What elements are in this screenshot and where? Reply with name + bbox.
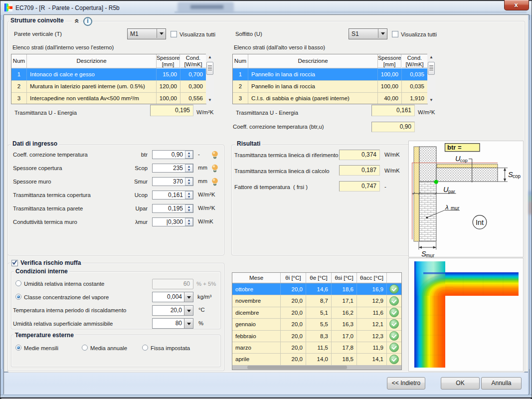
svg-text:mur: mur — [426, 253, 435, 258]
svg-text:mur: mur — [451, 205, 460, 211]
svg-text:par: par — [448, 189, 455, 194]
svg-text:cop: cop — [513, 174, 521, 179]
svg-text:btr =: btr = — [447, 144, 462, 151]
svg-text:Int: Int — [476, 218, 484, 226]
svg-text:cop: cop — [460, 158, 468, 163]
svg-text:λ: λ — [445, 203, 449, 211]
